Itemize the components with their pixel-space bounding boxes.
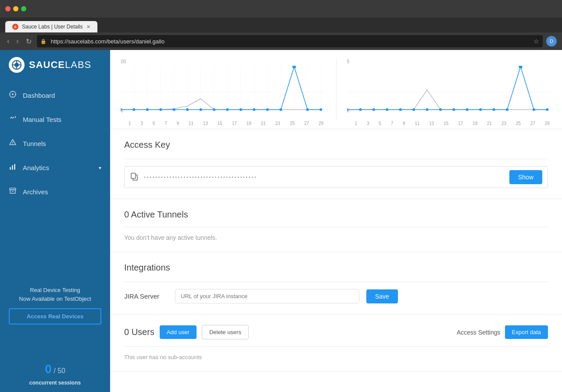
svg-point-62 xyxy=(452,108,455,111)
svg-point-47 xyxy=(279,108,282,111)
user-profile-icon[interactable]: D xyxy=(546,36,557,46)
jira-save-button[interactable]: Save xyxy=(366,289,398,303)
svg-point-40 xyxy=(186,108,189,111)
chart-x-label: 1 xyxy=(129,121,131,126)
dashboard-icon xyxy=(9,90,17,100)
access-real-devices-button[interactable]: Access Real Devices xyxy=(9,308,101,324)
chart-x-label: 21 xyxy=(487,121,492,126)
chart-x-label: 13 xyxy=(429,121,434,126)
back-button[interactable]: ‹ xyxy=(5,36,11,46)
tunnels-empty-message: You don't have any active tunnels. xyxy=(124,234,548,241)
svg-point-67 xyxy=(519,66,522,68)
tunnels-icon xyxy=(9,139,17,149)
svg-point-59 xyxy=(412,108,415,111)
sidebar-promo: Real Device Testing Now Available on Tes… xyxy=(0,279,110,331)
svg-point-58 xyxy=(399,108,401,111)
chart-y-top-right: 5 xyxy=(347,59,350,64)
svg-point-10 xyxy=(12,144,13,145)
jira-row: JIRA Server Save xyxy=(124,289,548,303)
add-user-button[interactable]: Add user xyxy=(160,325,197,339)
app-layout: SAUCELABS Dashboard xyxy=(0,50,562,392)
gauge-subtitle: concurrent sessions xyxy=(29,380,81,386)
sidebar-item-label: Manual Tests xyxy=(23,116,61,123)
chart-x-label: 13 xyxy=(203,121,208,126)
chart-x-label: 1 xyxy=(355,121,358,126)
show-key-button[interactable]: Show xyxy=(509,170,542,184)
svg-point-38 xyxy=(159,108,162,111)
access-key-section: Access Key ·····························… xyxy=(110,129,562,199)
svg-point-46 xyxy=(266,108,269,111)
sidebar-logo: SAUCELABS xyxy=(0,50,110,80)
svg-point-68 xyxy=(532,108,535,111)
archives-icon xyxy=(9,187,17,197)
chart-x-label: 21 xyxy=(261,121,266,126)
svg-rect-13 xyxy=(14,164,15,170)
chart-x-label: 11 xyxy=(415,121,419,126)
sidebar-item-label: Dashboard xyxy=(23,92,55,99)
svg-point-63 xyxy=(465,108,468,111)
address-input[interactable] xyxy=(37,35,543,47)
chart-x-label: 25 xyxy=(516,121,521,126)
svg-point-45 xyxy=(253,108,255,111)
forward-button[interactable]: › xyxy=(14,36,20,46)
svg-point-61 xyxy=(439,108,441,111)
sidebar-item-dashboard[interactable]: Dashboard xyxy=(0,83,110,107)
tab-close-button[interactable]: ✕ xyxy=(86,24,90,30)
gauge-slash: / xyxy=(54,367,55,374)
sidebar-item-manual-tests[interactable]: Manual Tests xyxy=(0,107,110,132)
sidebar: SAUCELABS Dashboard xyxy=(0,50,110,392)
sidebar-item-tunnels[interactable]: Tunnels xyxy=(0,132,110,156)
chart-x-label: 23 xyxy=(276,121,280,126)
sidebar-item-archives[interactable]: Archives xyxy=(0,180,110,204)
chart-section: 20 0 xyxy=(110,50,562,129)
logo-text: SAUCELABS xyxy=(29,59,91,71)
svg-point-69 xyxy=(546,108,548,111)
bookmark-icon[interactable]: ☆ xyxy=(533,38,539,45)
sidebar-item-label: Analytics xyxy=(23,164,49,171)
jira-url-input[interactable] xyxy=(175,289,359,303)
chevron-down-icon: ▾ xyxy=(99,165,101,171)
reload-button[interactable]: ↻ xyxy=(24,36,33,46)
chart-left: 20 0 xyxy=(121,59,326,120)
maximize-window-button[interactable] xyxy=(21,6,26,11)
chart-x-label: 27 xyxy=(530,121,535,126)
gauge-max: 50 xyxy=(57,367,65,374)
gauge-current: 0 xyxy=(45,362,52,376)
access-key-title: Access Key xyxy=(124,140,548,150)
export-data-button[interactable]: Export data xyxy=(505,325,548,339)
copy-icon[interactable] xyxy=(130,172,139,183)
users-header: 0 Users Add user Delete users Access Set… xyxy=(124,325,548,339)
chart-x-label: 27 xyxy=(304,121,309,126)
chart-x-label: 9 xyxy=(177,121,179,126)
svg-point-41 xyxy=(200,108,202,111)
chart-svg-left xyxy=(121,66,326,118)
close-window-button[interactable] xyxy=(5,6,11,11)
chart-x-label: 9 xyxy=(403,121,405,126)
chart-x-label: 3 xyxy=(367,121,369,126)
sidebar-item-analytics[interactable]: Analytics ▾ xyxy=(0,156,110,180)
svg-point-66 xyxy=(506,108,508,111)
jira-label: JIRA Server xyxy=(124,292,168,300)
chart-x-label: 19 xyxy=(473,121,477,126)
access-settings-link[interactable]: Access Settings xyxy=(457,329,501,336)
svg-point-44 xyxy=(240,108,242,111)
svg-point-48 xyxy=(292,66,296,68)
delete-users-button[interactable]: Delete users xyxy=(202,325,249,339)
sidebar-nav: Dashboard Manual Tests xyxy=(0,80,110,279)
svg-rect-71 xyxy=(131,173,136,178)
browser-tab[interactable]: S Sauce Labs | User Details ✕ xyxy=(5,21,97,32)
chart-x-label: 29 xyxy=(545,121,550,126)
analytics-icon xyxy=(9,163,17,173)
tunnels-title: 0 Active Tunnels xyxy=(124,210,548,220)
promo-text: Real Device Testing Now Available on Tes… xyxy=(9,286,101,303)
chart-x-label: 7 xyxy=(165,121,167,126)
chart-x-label: 23 xyxy=(501,121,506,126)
minimize-window-button[interactable] xyxy=(13,6,18,11)
chart-x-label: 15 xyxy=(218,121,222,126)
tab-title: Sauce Labs | User Details xyxy=(22,24,83,30)
access-key-dots: ········································ xyxy=(144,173,504,181)
sidebar-item-label: Archives xyxy=(23,188,48,196)
svg-point-49 xyxy=(306,108,309,111)
lock-icon: 🔒 xyxy=(40,39,47,44)
sidebar-gauge: 0 / 50 concurrent sessions xyxy=(0,331,110,392)
